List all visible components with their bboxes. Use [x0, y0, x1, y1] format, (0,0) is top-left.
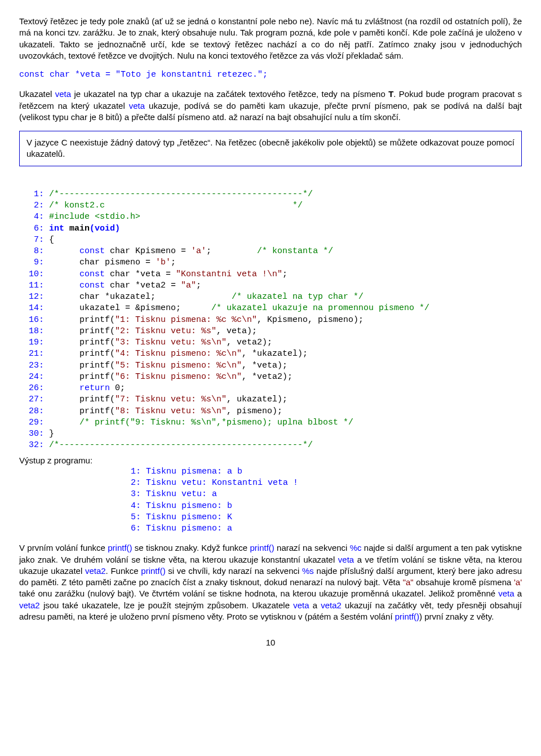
inline-code-declaration: const char *veta = "Toto je konstantni r…	[19, 69, 522, 81]
paragraph-2: Ukazatel veta je ukazatel na typ char a …	[19, 89, 522, 123]
ident-veta: veta	[55, 89, 71, 99]
ident-veta: veta	[129, 101, 145, 110]
output-label: Výstup z programu:	[19, 455, 92, 466]
program-output: Výstup z programu: 1: Tisknu pismena: a …	[19, 455, 522, 535]
paragraph-3: V prvním volání funkce printf() se tiskn…	[19, 542, 522, 622]
source-code-listing: 1: /*-----------------------------------…	[19, 178, 522, 452]
paragraph-1: Textový řetězec je tedy pole znaků (ať u…	[19, 16, 522, 61]
page-number: 10	[19, 637, 522, 648]
info-box: V jazyce C neexistuje žádný datový typ „…	[19, 131, 522, 166]
